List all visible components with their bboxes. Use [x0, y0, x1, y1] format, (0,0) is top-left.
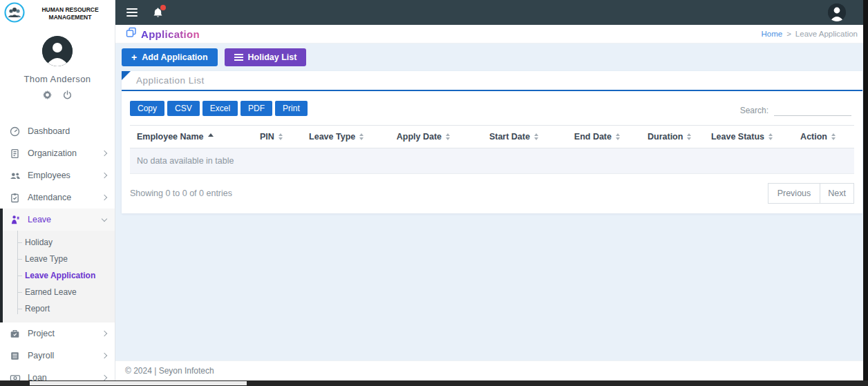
- sidebar-item-payroll[interactable]: Payroll: [0, 345, 115, 367]
- dashboard-icon: [10, 126, 21, 137]
- application-table: Employee Name PIN Leave Type Apply Date: [130, 125, 854, 174]
- horizontal-scrollbar[interactable]: [0, 380, 868, 386]
- table-info: Showing 0 to 0 of 0 entries: [130, 189, 232, 198]
- payroll-icon: [10, 351, 21, 361]
- project-icon: [10, 329, 21, 339]
- submenu-item-leave-type[interactable]: Leave Type: [3, 251, 115, 267]
- application-list-card: Application List Copy CSV Excel PDF Prin…: [122, 71, 862, 213]
- brand[interactable]: HUMAN RESOURCE MANAGEMENT: [0, 0, 115, 26]
- horizontal-scrollbar-thumb[interactable]: [30, 381, 247, 385]
- submenu-item-holiday[interactable]: Holiday: [3, 234, 115, 251]
- brand-line1: HUMAN RESOURCE: [41, 6, 98, 13]
- sort-ascending-icon: [208, 133, 214, 137]
- chevron-right-icon: [102, 195, 107, 200]
- menu-toggle-icon[interactable]: [126, 6, 138, 19]
- organization-icon: [10, 148, 21, 159]
- sort-icon: [279, 133, 283, 140]
- chevron-down-icon: [102, 215, 107, 221]
- user-avatar[interactable]: [42, 36, 73, 66]
- sidebar-leave-group: Leave Holiday Leave Type Leave Applicati…: [0, 209, 115, 322]
- attendance-icon: [10, 193, 21, 203]
- add-application-button[interactable]: + Add Application: [122, 48, 218, 66]
- card-header: Application List: [122, 71, 862, 91]
- column-header-pin[interactable]: PIN: [246, 126, 296, 148]
- submenu-item-label: Leave Type: [25, 254, 68, 264]
- chevron-right-icon: [102, 331, 107, 336]
- print-button[interactable]: Print: [275, 101, 308, 116]
- sidebar-item-label: Dashboard: [28, 126, 70, 136]
- empty-message: No data available in table: [130, 148, 854, 174]
- card-corner-fold: [122, 71, 131, 80]
- topbar-user-avatar[interactable]: [828, 3, 846, 21]
- sort-icon: [831, 133, 836, 140]
- plus-icon: +: [131, 52, 137, 62]
- sidebar-item-leave[interactable]: Leave: [3, 209, 115, 231]
- breadcrumb-home-link[interactable]: Home: [761, 30, 782, 38]
- breadcrumb-separator: >: [786, 30, 791, 38]
- column-header-duration[interactable]: Duration: [637, 126, 702, 148]
- column-header-employee-name[interactable]: Employee Name: [130, 126, 246, 148]
- sidebar-item-attendance[interactable]: Attendance: [0, 186, 115, 209]
- column-header-end-date[interactable]: End Date: [557, 126, 636, 148]
- sort-icon: [687, 133, 691, 140]
- sidebar-item-label: Employees: [28, 171, 70, 180]
- sidebar: HUMAN RESOURCE MANAGEMENT Thom Anderson: [0, 0, 115, 386]
- submenu-item-label: Leave Application: [25, 271, 95, 280]
- sidebar-item-project[interactable]: Project: [0, 322, 115, 345]
- empty-table-row: No data available in table: [130, 148, 854, 174]
- sort-icon: [359, 133, 364, 140]
- card-title: Application List: [136, 75, 205, 86]
- column-header-action[interactable]: Action: [782, 126, 854, 148]
- search-label: Search:: [740, 106, 768, 115]
- page-actions: + Add Application Holiday List: [122, 48, 306, 66]
- submenu-item-earned-leave[interactable]: Earned Leave: [3, 284, 115, 300]
- leave-submenu: Holiday Leave Type Leave Application Ear…: [3, 231, 115, 322]
- sidebar-item-dashboard[interactable]: Dashboard: [0, 120, 115, 142]
- settings-gear-icon[interactable]: [43, 90, 52, 99]
- submenu-item-leave-application[interactable]: Leave Application: [3, 267, 115, 284]
- brand-name: HUMAN RESOURCE MANAGEMENT: [28, 6, 112, 21]
- next-page-button[interactable]: Next: [820, 183, 854, 204]
- chevron-right-icon: [102, 151, 107, 156]
- chevron-right-icon: [102, 353, 107, 358]
- column-header-start-date[interactable]: Start Date: [471, 126, 558, 148]
- notifications-bell-icon[interactable]: [153, 7, 163, 18]
- page-title: Application: [141, 28, 200, 40]
- submenu-item-label: Earned Leave: [25, 287, 77, 297]
- sort-icon: [616, 133, 620, 140]
- submenu-item-report[interactable]: Report: [3, 300, 115, 317]
- column-header-apply-date[interactable]: Apply Date: [376, 126, 470, 148]
- sidebar-item-label: Organization: [28, 148, 77, 158]
- sidebar-item-label: Leave: [28, 215, 51, 224]
- sidebar-nav: Dashboard Organization Employees: [0, 120, 115, 386]
- logout-power-icon[interactable]: [63, 90, 72, 99]
- column-header-leave-status[interactable]: Leave Status: [702, 126, 782, 148]
- export-buttons: Copy CSV Excel PDF Print: [130, 101, 308, 116]
- csv-button[interactable]: CSV: [167, 101, 200, 116]
- brand-logo-icon: [4, 2, 25, 26]
- sidebar-item-label: Payroll: [28, 351, 54, 360]
- breadcrumb-current: Leave Application: [795, 30, 858, 38]
- chevron-right-icon: [102, 173, 107, 178]
- pdf-button[interactable]: PDF: [240, 101, 272, 116]
- application-pages-icon: [126, 27, 137, 41]
- page-footer: © 2024 | Seyon Infotech: [115, 360, 868, 380]
- sidebar-item-employees[interactable]: Employees: [0, 164, 115, 186]
- copy-button[interactable]: Copy: [130, 101, 164, 116]
- column-header-leave-type[interactable]: Leave Type: [296, 126, 376, 148]
- pagination: Previous Next: [768, 183, 854, 204]
- sort-icon: [768, 133, 773, 140]
- user-name: Thom Anderson: [0, 74, 115, 84]
- brand-line2: MANAGEMENT: [49, 14, 92, 21]
- sort-icon: [534, 133, 538, 140]
- holiday-list-button[interactable]: Holiday List: [225, 48, 307, 66]
- sidebar-item-label: Attendance: [28, 193, 71, 202]
- sidebar-item-organization[interactable]: Organization: [0, 142, 115, 164]
- vertical-scrollbar[interactable]: [863, 0, 868, 386]
- notification-badge: [160, 5, 166, 10]
- excel-button[interactable]: Excel: [202, 101, 238, 116]
- sidebar-item-label: Project: [28, 329, 55, 338]
- submenu-item-label: Report: [25, 304, 50, 313]
- search-input[interactable]: [774, 104, 851, 116]
- previous-page-button[interactable]: Previous: [768, 183, 821, 204]
